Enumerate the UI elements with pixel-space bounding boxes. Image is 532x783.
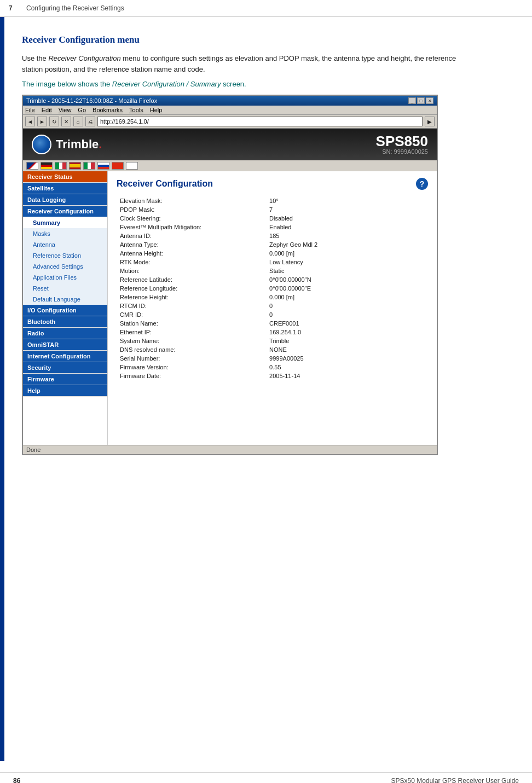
browser-body: Trimble. SPS850 SN: 9999A00025 [23, 129, 437, 454]
chapter-number: 7 [9, 4, 22, 12]
back-button[interactable]: ◄ [25, 117, 35, 126]
sidebar-item-receiver-status[interactable]: Receiver Status [23, 171, 107, 183]
field-value: 7 [266, 205, 428, 214]
content-wrapper: Receiver Configuration menu Use the Rece… [0, 17, 532, 761]
field-label: Antenna Type: [117, 240, 266, 249]
flag-it2[interactable] [83, 162, 95, 170]
trimble-dot: . [99, 137, 102, 151]
sidebar-item-security[interactable]: Security [23, 362, 107, 374]
browser-titlebar: Trimble - 2005-11-22T16:00:08Z - Mozilla… [23, 96, 437, 106]
sidebar-item-omnistar[interactable]: OmniSTAR [23, 339, 107, 351]
sidebar-item-help[interactable]: Help [23, 385, 107, 397]
trimble-model-info: SPS850 SN: 9999A00025 [376, 134, 428, 155]
sidebar-item-summary[interactable]: Summary [23, 217, 107, 228]
caption-text: The image below shows the Receiver Confi… [22, 80, 471, 88]
flag-uk[interactable] [26, 162, 38, 170]
browser-menubar: File Edit View Go Bookmarks Tools Help [23, 106, 437, 115]
flag-es[interactable] [69, 162, 81, 170]
sidebar-item-reset[interactable]: Reset [23, 283, 107, 294]
sidebar-item-masks[interactable]: Masks [23, 228, 107, 239]
stop-button[interactable]: ✕ [61, 117, 71, 126]
field-value: 0 [266, 310, 428, 319]
field-label: Reference Latitude: [117, 275, 266, 284]
field-value: 169.254.1.0 [266, 328, 428, 337]
flag-de[interactable] [41, 162, 53, 170]
trimble-brand-name: Trimble. [56, 137, 102, 152]
field-value: Low Latency [266, 258, 428, 266]
sidebar-item-firmware[interactable]: Firmware [23, 374, 107, 385]
field-label: Serial Number: [117, 354, 266, 363]
go-button[interactable]: ▶ [425, 117, 435, 126]
field-value: 2005-11-14 [266, 372, 428, 380]
main-panel: Receiver Configuration ? Elevation Mask:… [108, 171, 437, 445]
trimble-name-text: Trimble [56, 137, 99, 151]
flag-it[interactable] [55, 162, 67, 170]
footer-doc-title: SPSx50 Modular GPS Receiver User Guide [391, 777, 519, 783]
flag-cn[interactable] [112, 162, 124, 170]
table-row: Antenna Type:Zephyr Geo Mdl 2 [117, 240, 428, 249]
menu-bookmarks[interactable]: Bookmarks [92, 107, 123, 113]
table-row: Antenna ID:185 [117, 231, 428, 240]
maximize-button[interactable]: □ [417, 97, 425, 104]
trimble-globe-icon [32, 135, 51, 154]
left-accent-bar [0, 17, 4, 761]
flag-ru[interactable] [97, 162, 109, 170]
close-button[interactable]: ✕ [426, 97, 433, 104]
field-label: Reference Longitude: [117, 284, 266, 293]
field-value: Static [266, 266, 428, 275]
browser-controls[interactable]: _ □ ✕ [408, 97, 433, 104]
table-row: System Name:Trimble [117, 337, 428, 345]
sidebar-item-radio[interactable]: Radio [23, 328, 107, 339]
browser-title: Trimble - 2005-11-22T16:00:08Z - Mozilla… [26, 97, 157, 104]
sidebar-item-default-language[interactable]: Default Language [23, 294, 107, 305]
field-label: RTK Mode: [117, 258, 266, 266]
menu-file[interactable]: File [25, 107, 35, 113]
model-name: SPS850 [376, 134, 428, 148]
section-title: Receiver Configuration menu [22, 34, 510, 45]
footer-page-number: 86 [13, 777, 20, 783]
home-button[interactable]: ⌂ [73, 117, 83, 126]
field-value: 0 [266, 301, 428, 310]
forward-button[interactable]: ► [37, 117, 47, 126]
field-label: Motion: [117, 266, 266, 275]
field-value: 0.55 [266, 363, 428, 372]
sidebar-item-antenna[interactable]: Antenna [23, 239, 107, 250]
page-footer: 86 SPSx50 Modular GPS Receiver User Guid… [0, 772, 532, 783]
sidebar-item-application-files[interactable]: Application Files [23, 272, 107, 283]
print-button[interactable]: 🖨 [85, 117, 95, 126]
field-value: 0°0'00.00000"E [266, 284, 428, 293]
flag-bar [23, 160, 437, 171]
browser-pane: Receiver Status Satellites Data Logging … [23, 171, 437, 445]
menu-tools[interactable]: Tools [129, 107, 143, 113]
main-content: Receiver Configuration menu Use the Rece… [4, 17, 532, 761]
table-row: Firmware Version:0.55 [117, 363, 428, 372]
table-row: Ethernet IP:169.254.1.0 [117, 328, 428, 337]
menu-help[interactable]: Help [150, 107, 163, 113]
sidebar-item-receiver-configuration[interactable]: Receiver Configuration [23, 206, 107, 217]
sidebar-item-bluetooth[interactable]: Bluetooth [23, 316, 107, 328]
field-label: Antenna Height: [117, 249, 266, 258]
minimize-button[interactable]: _ [408, 97, 416, 104]
help-button[interactable]: ? [416, 178, 428, 190]
field-label: Ethernet IP: [117, 328, 266, 337]
field-label: Reference Height: [117, 293, 266, 301]
sidebar-item-data-logging[interactable]: Data Logging [23, 194, 107, 206]
table-row: CMR ID:0 [117, 310, 428, 319]
trimble-logo: Trimble. [32, 135, 102, 154]
sidebar-item-io-configuration[interactable]: I/O Configuration [23, 305, 107, 316]
menu-go[interactable]: Go [78, 107, 86, 113]
sidebar: Receiver Status Satellites Data Logging … [23, 171, 108, 445]
data-table: Elevation Mask:10°PDOP Mask:7Clock Steer… [117, 196, 428, 380]
sidebar-item-reference-station[interactable]: Reference Station [23, 250, 107, 261]
page-header: 7 Configuring the Receiver Settings [0, 0, 532, 17]
table-row: PDOP Mask:7 [117, 205, 428, 214]
menu-view[interactable]: View [59, 107, 72, 113]
flag-jp[interactable] [126, 162, 138, 170]
reload-button[interactable]: ↻ [49, 117, 59, 126]
panel-header: Receiver Configuration ? [117, 178, 428, 190]
sidebar-item-satellites[interactable]: Satellites [23, 183, 107, 194]
menu-edit[interactable]: Edit [42, 107, 52, 113]
sidebar-item-advanced-settings[interactable]: Advanced Settings [23, 261, 107, 272]
sidebar-item-internet-configuration[interactable]: Internet Configuration [23, 351, 107, 362]
address-bar[interactable]: http://169.254.1.0/ [97, 117, 423, 126]
